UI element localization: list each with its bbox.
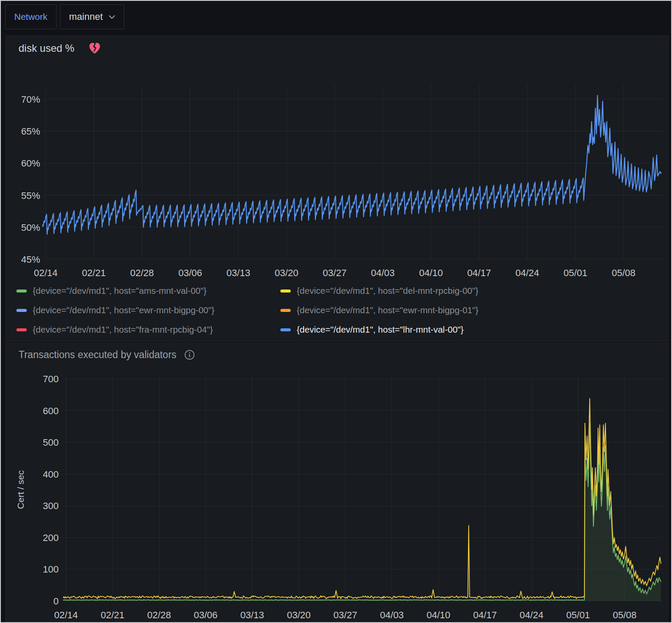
x-tick-label: 05/08	[613, 610, 637, 620]
series-group	[40, 95, 661, 235]
series-line	[61, 399, 661, 599]
x-tick-label: 05/08	[612, 267, 635, 278]
legend-label: {device="/dev/md1", host="del-mnt-rpcbig…	[297, 286, 478, 296]
y-axis-title: Cert / sec	[16, 470, 25, 509]
series-color-swatch[interactable]	[280, 309, 291, 312]
dashboard-variables-bar: Network mainnet	[5, 4, 124, 29]
legend-label: {device="/dev/md1", host="ewr-mnt-bigpg-…	[33, 305, 214, 315]
y-tick-label: 60%	[21, 158, 40, 169]
chevron-down-icon	[109, 15, 115, 19]
x-tick-label: 03/27	[333, 610, 357, 620]
x-tick-label: 03/06	[178, 267, 202, 278]
y-tick-label: 300	[43, 500, 59, 511]
panel-title-disk-used[interactable]: disk used %	[19, 42, 74, 54]
legend-item-ewr-mnt-bigpg-01[interactable]: {device="/dev/md1", host="ewr-mnt-bigpg-…	[280, 305, 478, 316]
series-color-swatch[interactable]	[280, 289, 291, 293]
x-tick-label: 02/28	[147, 610, 171, 620]
x-tick-label: 02/21	[82, 267, 106, 278]
series-line	[61, 423, 661, 600]
y-tick-label: 70%	[21, 94, 40, 105]
transactions-chart[interactable]: 02/1402/2102/2803/0603/1303/2003/2704/03…	[6, 343, 668, 623]
disk-used-legend: {device="/dev/md1", host="ams-mnt-val-00…	[16, 285, 478, 335]
variable-label-network: Network	[5, 4, 57, 29]
series-color-swatch[interactable]	[16, 328, 27, 331]
legend-item-ams-mnt-val-00[interactable]: {device="/dev/md1", host="ams-mnt-val-00…	[16, 285, 280, 296]
series-color-swatch[interactable]	[280, 328, 291, 331]
panel-transactions-header: Transactions executed by validators	[19, 349, 195, 361]
x-tick-label: 05/01	[564, 267, 587, 278]
variable-value-text: mainnet	[69, 11, 103, 22]
panel-transactions: Transactions executed by validators 02/1…	[5, 343, 669, 623]
y-tick-label: 500	[43, 437, 59, 448]
x-tick-label: 04/03	[380, 610, 404, 620]
x-tick-label: 03/20	[287, 610, 311, 620]
y-tick-label: 700	[43, 374, 59, 384]
variable-label-text: Network	[14, 12, 47, 22]
x-tick-label: 02/21	[100, 610, 124, 620]
x-tick-label: 03/13	[226, 267, 250, 278]
y-tick-label: 50%	[21, 222, 40, 233]
y-tick-label: 600	[43, 406, 59, 416]
y-tick-label: 200	[43, 532, 59, 543]
variable-value-dropdown[interactable]: mainnet	[60, 4, 124, 29]
info-icon[interactable]	[184, 349, 195, 360]
x-tick-label: 04/03	[371, 267, 395, 278]
y-tick-label: 0	[53, 596, 59, 607]
x-tick-label: 03/06	[194, 610, 217, 620]
x-tick-label: 03/20	[275, 267, 298, 278]
y-tick-label: 45%	[21, 254, 40, 265]
x-tick-label: 04/10	[427, 610, 450, 620]
x-tick-label: 02/14	[54, 610, 78, 620]
alert-broken-heart-icon	[88, 42, 101, 54]
legend-item-lhr-mnt-val-00[interactable]: {device="/dev/md1", host="lhr-mnt-val-00…	[280, 324, 478, 335]
x-tick-label: 02/14	[34, 267, 57, 278]
grafana-dashboard: { "topbar": { "variable_label": "Network…	[0, 0, 672, 623]
panel-disk-used-header: disk used %	[19, 42, 101, 54]
series-color-swatch[interactable]	[16, 309, 27, 312]
series-group	[61, 399, 661, 601]
x-tick-label: 02/28	[130, 267, 154, 278]
x-tick-label: 04/17	[473, 610, 497, 620]
y-tick-label: 400	[43, 469, 59, 480]
legend-label: {device="/dev/md1", host="ewr-mnt-bigpg-…	[297, 305, 478, 315]
x-tick-label: 05/01	[566, 610, 590, 620]
legend-label: {device="/dev/md1", host="ams-mnt-val-00…	[33, 286, 207, 296]
y-tick-label: 100	[43, 564, 59, 575]
legend-label: {device="/dev/md1", host="lhr-mnt-val-00…	[297, 324, 464, 335]
legend-item-del-mnt-rpcbig-00[interactable]: {device="/dev/md1", host="del-mnt-rpcbig…	[280, 285, 478, 296]
x-tick-label: 04/10	[419, 267, 443, 278]
panel-disk-used: disk used % 02/1402/2102/2803/0603/1303/…	[5, 35, 669, 342]
chart-svg: 02/1402/2102/2803/0603/1303/2003/2704/03…	[6, 343, 668, 623]
series-line	[40, 95, 661, 235]
legend-item-fra-mnt-rpcbig-04[interactable]: {device="/dev/md1", host="fra-mnt-rpcbig…	[16, 324, 280, 335]
x-tick-label: 03/27	[323, 267, 346, 278]
x-tick-label: 04/24	[515, 267, 539, 278]
y-tick-label: 55%	[21, 190, 40, 201]
x-tick-label: 04/17	[467, 267, 491, 278]
x-tick-label: 04/24	[520, 610, 543, 620]
panel-title-transactions[interactable]: Transactions executed by validators	[19, 349, 176, 361]
y-tick-label: 65%	[21, 126, 40, 137]
series-color-swatch[interactable]	[16, 289, 27, 293]
legend-item-ewr-mnt-bigpg-00[interactable]: {device="/dev/md1", host="ewr-mnt-bigpg-…	[16, 305, 280, 316]
legend-label: {device="/dev/md1", host="fra-mnt-rpcbig…	[33, 324, 213, 335]
x-tick-label: 03/13	[240, 610, 264, 620]
series-area	[61, 423, 661, 601]
